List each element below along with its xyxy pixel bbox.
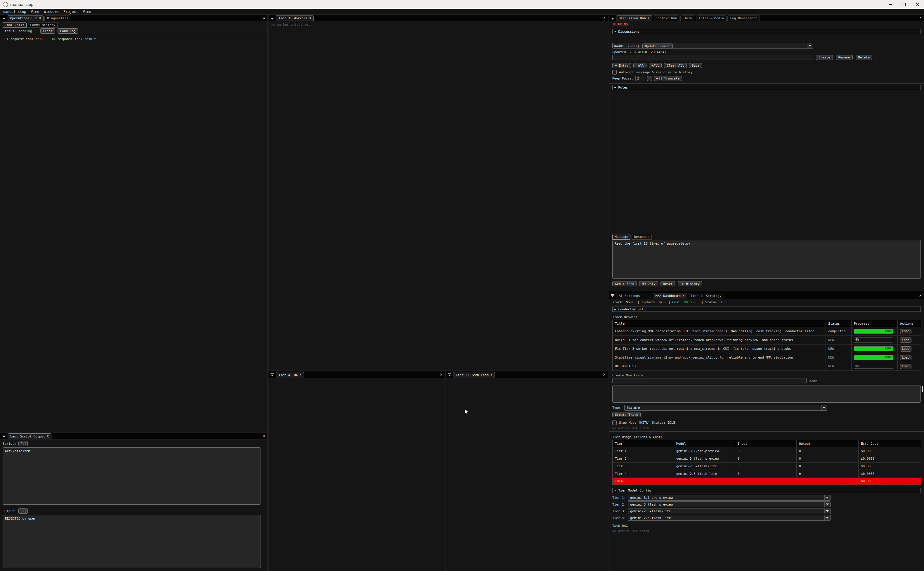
clear-button[interactable]: Clear [40, 28, 55, 34]
add-entry-button[interactable]: + Entry [612, 63, 631, 68]
load-track-button[interactable]: Load [900, 346, 912, 352]
rename-discussion-button[interactable]: Rename [836, 55, 853, 60]
keep-pairs-minus-button[interactable]: - [647, 76, 653, 81]
subtab-comms-history[interactable]: Comms History [28, 22, 57, 28]
tab-log-management[interactable]: Log Management [727, 15, 760, 21]
load-track-button[interactable]: Load [900, 329, 912, 334]
script-expand-button[interactable]: [+] [18, 441, 28, 446]
collapse-panel-icon[interactable] [270, 16, 274, 20]
track-title: Stabilize visual_sim_mma_v2.py and mock_… [613, 353, 826, 362]
output-expand-button[interactable]: [+] [18, 508, 28, 514]
track-type-select[interactable]: feature [624, 405, 827, 411]
panel-close-icon[interactable]: X [919, 294, 922, 298]
tier-model-config-header[interactable]: ▼ Tier Model Config [612, 488, 921, 493]
tier2-model-select[interactable]: gemini-3-flash-preview [628, 502, 830, 507]
track-row[interactable]: Build UI for context window utilization,… [613, 336, 921, 344]
step-mode-checkbox[interactable] [612, 420, 617, 425]
tab-context-hub[interactable]: Context Hub [653, 15, 679, 21]
conductor-setup-header[interactable]: ▶ Conductor Setup [612, 307, 921, 312]
tab-close-icon[interactable]: X [309, 16, 311, 20]
script-textarea[interactable]: Get-ChildItem [3, 448, 261, 505]
collapse-panel-icon[interactable] [270, 373, 274, 377]
roles-section-header[interactable]: ▶ Roles [612, 85, 921, 90]
tab-tier3-workers[interactable]: Tier 3: Workers X [276, 15, 314, 21]
tab-close-icon[interactable]: X [490, 373, 493, 377]
tab-close-icon[interactable]: X [47, 435, 49, 438]
panel-close-icon[interactable]: X [603, 16, 607, 20]
truncate-button[interactable]: Truncate [661, 76, 682, 81]
menu-item-manual-slop[interactable]: manual slop [3, 10, 26, 14]
tab-tier1-strategy[interactable]: Tier 1: Strategy [688, 293, 724, 299]
load-track-button[interactable]: Load [900, 338, 912, 343]
minimize-button[interactable] [884, 0, 897, 9]
tab-discussion-hub[interactable]: Discussion Hub X [616, 15, 652, 21]
track-row[interactable]: Fix Tier 3 worker responses not reaching… [613, 344, 921, 353]
load-log-button[interactable]: Load Log [57, 28, 78, 34]
tab-close-icon[interactable]: X [648, 16, 650, 20]
tab-close-icon[interactable]: X [682, 294, 684, 298]
track-description-textarea[interactable] [612, 385, 921, 403]
panel-close-icon[interactable]: X [440, 373, 444, 377]
close-button[interactable] [910, 0, 924, 9]
tab-tier2-tech-lead[interactable]: Tier 2: Tech Lead X [453, 372, 495, 378]
tab-ai-settings[interactable]: AI Settings [616, 293, 652, 299]
message-textarea[interactable]: Read the first 10 lines of aggregate.py. [612, 240, 921, 279]
track-name-input[interactable] [612, 378, 807, 383]
reset-button[interactable]: Reset [661, 281, 675, 286]
gen-send-button[interactable]: Gen + Send [612, 281, 637, 286]
tab-operations-hub[interactable]: Operations Hub X [8, 15, 43, 21]
panel-close-icon[interactable]: X [263, 434, 266, 438]
delete-discussion-button[interactable]: Delete [856, 55, 873, 60]
discussions-section-header[interactable]: ▼ Discussions [612, 29, 921, 34]
menu-item-view[interactable]: View [31, 10, 39, 14]
track-row[interactable]: Enhance existing MMA orchestration GUI: … [613, 327, 921, 336]
update-commit-button[interactable]: Update Commit [642, 43, 673, 49]
panel-close-icon[interactable]: X [603, 373, 607, 377]
save-button[interactable]: Save [689, 63, 702, 68]
maximize-button[interactable] [897, 0, 910, 9]
tier4-model-select[interactable]: gemini-2.5-flash-lite [628, 515, 830, 521]
menu-item-project[interactable]: Project [63, 10, 78, 14]
tab-diagnostics[interactable]: Diagnostics [45, 15, 71, 21]
panel-close-icon[interactable]: X [919, 16, 922, 20]
tab-last-script-output[interactable]: Last Script Output X [8, 434, 51, 439]
to-history-button[interactable]: -> History [678, 281, 702, 286]
collapse-panel-icon[interactable] [448, 373, 451, 377]
keep-pairs-plus-button[interactable]: + [654, 76, 660, 81]
tab-close-icon[interactable]: X [39, 16, 41, 20]
scrollbar-thumb[interactable] [922, 386, 923, 392]
clear-all-button[interactable]: Clear All [664, 63, 687, 68]
tab-tier4-qa[interactable]: Tier 4: QA X [276, 372, 304, 378]
collapse-panel-icon[interactable] [611, 16, 614, 20]
collapse-panel-icon[interactable] [611, 294, 614, 298]
track-row[interactable]: Stabilize visual_sim_mma_v2.py and mock_… [613, 353, 921, 362]
discussion-name-input[interactable] [612, 55, 813, 60]
tab-files-media[interactable]: Files & Media [696, 15, 727, 21]
collapse-panel-icon[interactable] [2, 434, 6, 438]
tier3-model-select[interactable]: gemini-2.5-flash-lite [628, 508, 830, 514]
subtab-response[interactable]: Response [631, 234, 652, 240]
usage-row: Tier 3 gemini-2.5-flash-lite 0 0 $0.0000 [613, 463, 921, 470]
load-track-button[interactable]: Load [900, 355, 912, 360]
tool-call-log-row[interactable]: OUT request tool_call IN response tool_r… [3, 35, 265, 43]
menu-item-view-2[interactable]: View [83, 10, 91, 14]
tier1-model-select[interactable]: gemini-3.1-pro-preview [628, 495, 830, 501]
tab-close-icon[interactable]: X [299, 373, 302, 377]
panel-close-icon[interactable]: X [263, 16, 266, 20]
output-textarea[interactable]: REJECTED by user [3, 515, 261, 568]
autoadd-checkbox[interactable] [612, 70, 617, 74]
create-track-button[interactable]: Create Track [612, 412, 641, 417]
expand-all-button[interactable]: +All [649, 63, 662, 68]
menu-item-windows[interactable]: Windows [44, 10, 59, 14]
subtab-tool-calls[interactable]: Tool Calls [3, 22, 26, 28]
collapse-all-button[interactable]: -All [633, 63, 647, 68]
tab-theme[interactable]: Theme [681, 15, 695, 21]
keep-pairs-input[interactable]: 2 [635, 76, 645, 81]
track-row[interactable]: UX_SIM_TEST NEW 0% Load [613, 362, 921, 370]
tab-mma-dashboard[interactable]: MMA Dashboard X [653, 293, 687, 299]
load-track-button[interactable]: Load [900, 364, 912, 369]
create-discussion-button[interactable]: Create [816, 55, 833, 60]
md-only-button[interactable]: MD Only [639, 281, 658, 286]
subtab-message[interactable]: Message [612, 234, 630, 240]
collapse-panel-icon[interactable] [2, 16, 6, 20]
